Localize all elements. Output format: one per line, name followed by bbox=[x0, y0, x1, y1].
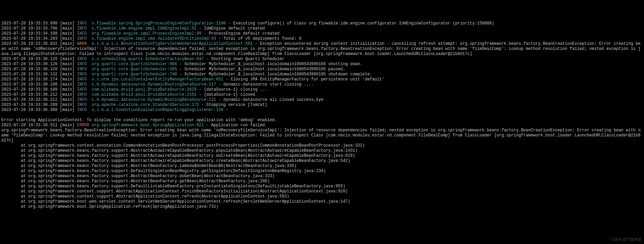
log-logger: org.springframework.boot.SpringApplicati… bbox=[91, 123, 204, 128]
log-line[interactable]: 2023-07-28 19:33:38.125 [main] INFO o.s.… bbox=[1, 57, 643, 62]
log-level: INFO bbox=[77, 36, 89, 41]
log-timestamp: 2023-07-28 19:33:38.186 bbox=[1, 82, 58, 87]
log-line[interactable]: at org.springframework.beans.factory.sup… bbox=[1, 158, 643, 164]
log-line[interactable]: at org.springframework.beans.factory.sup… bbox=[1, 164, 643, 169]
log-line[interactable]: at org.springframework.beans.factory.sup… bbox=[1, 153, 643, 158]
log-raw-text: at org.springframework.beans.factory.sup… bbox=[1, 184, 345, 189]
log-thread: [main] bbox=[60, 62, 75, 67]
log-timestamp: 2023-07-28 19:33:38.132 bbox=[1, 72, 58, 77]
log-logger: c.b.dynamic.datasource.DynamicRoutingDat… bbox=[91, 97, 216, 102]
log-raw-text: at org.springframework.beans.factory.sup… bbox=[1, 174, 275, 179]
log-line[interactable]: 2023-07-28 19:33:38.212 [main] INFO c.b.… bbox=[1, 97, 643, 102]
log-thread: [main] bbox=[60, 67, 75, 72]
log-message: - bbox=[223, 108, 228, 112]
log-line[interactable]: 2023-07-28 19:33:38.289 [main] INFO org.… bbox=[1, 102, 643, 108]
log-line[interactable]: at org.springframework.context.support.A… bbox=[1, 194, 643, 199]
log-level: INFO bbox=[77, 67, 89, 72]
log-level: INFO bbox=[77, 82, 89, 87]
log-timestamp: 2023-07-28 19:33:33.690 bbox=[1, 21, 58, 26]
log-message: - Stopping service [Tomcat] bbox=[199, 102, 267, 107]
log-logger: o.flowable.engine.impl.cmd.ValidateV5Ent… bbox=[91, 36, 216, 41]
log-line[interactable]: at org.springframework.beans.factory.sup… bbox=[1, 174, 643, 179]
log-level: INFO bbox=[77, 108, 89, 112]
log-raw-text: at org.springframework.boot.web.servlet.… bbox=[1, 199, 350, 204]
log-raw-text: at org.springframework.context.annotatio… bbox=[1, 143, 365, 148]
log-logger: o.flowable.spring.SpringProcessEngineCon… bbox=[91, 21, 226, 26]
log-level: INFO bbox=[77, 26, 89, 31]
log-message: - dynamic-datasource all closed success,… bbox=[216, 97, 324, 102]
log-logger: c.b.dynamic.datasource.DynamicRoutingDat… bbox=[91, 82, 216, 87]
log-logger: org.flowable.engine.impl.ProcessEngineIm… bbox=[91, 31, 201, 36]
log-line[interactable]: at org.springframework.beans.factory.sup… bbox=[1, 169, 643, 174]
log-logger: o.flowable.idm.engine.impl.IdmEngineImpl… bbox=[91, 26, 196, 31]
log-line[interactable]: at org.springframework.boot.SpringApplic… bbox=[1, 204, 643, 209]
log-line[interactable]: 2023-07-28 19:33:38.360 [main] INFO o.s.… bbox=[1, 108, 643, 113]
log-logger: com.alibaba.druid.pool.DruidDataSource:2… bbox=[91, 92, 196, 97]
log-message: - {dataSource-1} closed bbox=[196, 92, 255, 97]
log-line[interactable]: 2023-07-28 19:33:33.796 [main] INFO o.fl… bbox=[1, 26, 643, 31]
log-line[interactable]: 2023-07-28 19:33:38.511 [main] ERROR org… bbox=[1, 123, 643, 128]
log-logger: o.s.b.w.s.c.AnnotationConfigServletWebSe… bbox=[91, 41, 252, 46]
log-thread: [main] bbox=[60, 77, 75, 82]
log-level: INFO bbox=[77, 57, 89, 61]
log-thread: [main] bbox=[60, 108, 75, 112]
log-line[interactable]: 2023-07-28 19:33:34.283 [main] INFO o.fl… bbox=[1, 36, 643, 41]
log-line[interactable]: 2023-07-28 19:33:38.132 [main] INFO org.… bbox=[1, 72, 643, 77]
log-message: - Total of v5 deployments found: 0 bbox=[216, 36, 302, 41]
log-line[interactable]: 2023-07-28 19:33:38.189 [main] INFO com.… bbox=[1, 87, 643, 92]
log-level: INFO bbox=[77, 97, 89, 102]
log-line[interactable]: at org.springframework.beans.factory.sup… bbox=[1, 184, 643, 189]
log-timestamp: 2023-07-28 19:33:38.126 bbox=[1, 62, 58, 67]
log-line[interactable]: Error starting ApplicationContext. To di… bbox=[1, 118, 643, 123]
log-line[interactable]: 2023-07-28 19:33:38.126 [main] INFO org.… bbox=[1, 62, 643, 67]
log-line[interactable]: 2023-07-28 19:33:38.174 [main] INFO o.s.… bbox=[1, 77, 643, 82]
log-raw-text: Error starting ApplicationContext. To di… bbox=[1, 118, 277, 123]
log-thread: [main] bbox=[60, 31, 75, 36]
log-message: - Scheduler MyScheduler_$_localhost.loca… bbox=[177, 67, 346, 72]
log-logger: o.s.scheduling.quartz.SchedulerFactoryBe… bbox=[91, 57, 204, 61]
log-level: INFO bbox=[77, 92, 89, 97]
log-line[interactable]: at org.springframework.beans.factory.sup… bbox=[1, 179, 643, 184]
log-thread: [main] bbox=[60, 97, 75, 102]
log-line[interactable]: at org.springframework.context.annotatio… bbox=[1, 143, 643, 148]
log-message: - Shutting down Quartz Scheduler bbox=[204, 57, 285, 61]
log-line[interactable]: 2023-07-28 19:33:38.186 [main] INFO c.b.… bbox=[1, 82, 643, 87]
log-thread: [main] bbox=[60, 92, 75, 97]
log-message: - Application run failed bbox=[204, 123, 265, 128]
log-level: INFO bbox=[77, 102, 89, 107]
log-logger: o.s.orm.jpa.LocalContainerEntityManagerF… bbox=[91, 77, 223, 82]
log-message: - dynamic-datasource start closing .... bbox=[216, 82, 314, 87]
log-line[interactable]: 2023-07-28 19:33:38.212 [main] INFO com.… bbox=[1, 92, 643, 97]
console-log-output[interactable]: 2023-07-28 19:33:33.690 [main] INFO o.fl… bbox=[1, 21, 643, 209]
log-message: - Scheduler MyScheduler_$_localhost.loca… bbox=[177, 72, 372, 77]
log-timestamp: 2023-07-28 19:33:38.511 bbox=[1, 123, 58, 128]
log-raw-text: at org.springframework.beans.factory.sup… bbox=[1, 164, 296, 168]
log-thread: [main] bbox=[60, 21, 75, 26]
log-message: - Executing configure() of class org.flo… bbox=[226, 21, 494, 26]
log-line[interactable]: 2023-07-28 19:33:38.032 [main] WARN o.s.… bbox=[1, 41, 643, 57]
log-timestamp: 2023-07-28 19:33:34.283 bbox=[1, 36, 58, 41]
log-level: INFO bbox=[77, 72, 89, 77]
log-timestamp: 2023-07-28 19:33:38.212 bbox=[1, 97, 58, 102]
log-timestamp: 2023-07-28 19:33:38.126 bbox=[1, 67, 58, 72]
log-line[interactable]: 2023-07-28 19:33:34.198 [main] INFO org.… bbox=[1, 31, 643, 36]
log-line[interactable]: 2023-07-28 19:33:38.126 [main] INFO org.… bbox=[1, 67, 643, 72]
log-timestamp: 2023-07-28 19:33:38.189 bbox=[1, 87, 58, 92]
log-line[interactable]: at org.springframework.boot.web.servlet.… bbox=[1, 199, 643, 204]
log-timestamp: 2023-07-28 19:33:38.174 bbox=[1, 77, 58, 82]
log-thread: [main] bbox=[60, 82, 75, 87]
log-line[interactable]: at org.springframework.context.support.A… bbox=[1, 189, 643, 194]
log-line[interactable]: 2023-07-28 19:33:33.690 [main] INFO o.fl… bbox=[1, 21, 643, 26]
log-timestamp: 2023-07-28 19:33:33.796 bbox=[1, 26, 58, 31]
log-raw-text: at org.springframework.beans.factory.sup… bbox=[1, 153, 355, 158]
log-line[interactable]: org.springframework.beans.factory.BeanCr… bbox=[1, 128, 643, 143]
log-thread: [main] bbox=[60, 72, 75, 77]
log-thread: [main] bbox=[60, 102, 75, 107]
log-level: INFO bbox=[77, 21, 89, 26]
log-level: INFO bbox=[77, 62, 89, 67]
log-timestamp: 2023-07-28 19:33:38.125 bbox=[1, 57, 58, 61]
log-message: - Scheduler MyScheduler_$_localhost.loca… bbox=[177, 62, 362, 67]
log-thread: [main] bbox=[60, 87, 75, 92]
log-timestamp: 2023-07-28 19:33:38.032 bbox=[1, 41, 58, 46]
log-line[interactable]: at org.springframework.beans.factory.sup… bbox=[1, 148, 643, 153]
